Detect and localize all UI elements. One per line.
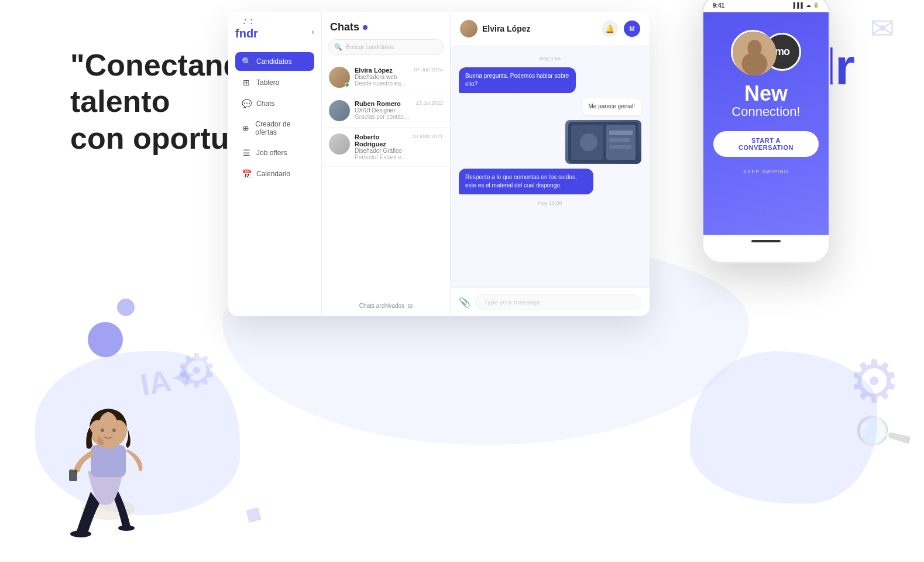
app-sidebar: • • fndr ‹ 🔍 Candidatos ⊞ Tablero 💬 Chat… <box>228 12 322 316</box>
filter-icon: ⊟ <box>408 303 413 309</box>
chat-detail-avatar <box>460 20 478 37</box>
deco-blob-purple <box>88 322 123 357</box>
svg-rect-13 <box>609 131 633 135</box>
chat-list-title: Chats <box>330 21 359 33</box>
chat-name-ruben: Ruben Romero <box>355 100 411 107</box>
avatar-elvira <box>329 67 350 88</box>
svg-point-18 <box>742 52 768 76</box>
mobile-notch: 9:41 ▌▌▌ ☁ 🔋 <box>703 0 829 12</box>
svg-point-2 <box>118 525 135 531</box>
svg-point-1 <box>70 530 91 537</box>
bell-icon[interactable]: 🔔 <box>602 20 618 37</box>
chat-search-box[interactable]: 🔍 Buscar candidatos <box>328 39 444 55</box>
mobile-screen: mo New Connection! START A CONVERSATION … <box>703 12 829 235</box>
search-icon: 🔍 <box>334 43 342 51</box>
chat-info-ruben: Ruben Romero UX/UI Designer Gracias por … <box>355 100 411 120</box>
creador-icon: ⊕ <box>241 124 250 133</box>
chat-info-roberto: Roberto Rodríguez Diseñador Gráfico Perf… <box>355 133 408 160</box>
message-incoming-1: Buena pregunta. Podemos hablar sobre ell… <box>459 67 576 93</box>
archived-label: Chats archivados <box>359 303 404 309</box>
chat-input-area: 📎 Type your message <box>451 287 650 316</box>
keep-swiping-label: KEEP SWIPING <box>743 169 788 174</box>
sidebar-logo: • • fndr ‹ <box>235 22 314 40</box>
avatar-roberto <box>329 133 350 155</box>
desktop-mockup: • • fndr ‹ 🔍 Candidatos ⊞ Tablero 💬 Chat… <box>228 12 650 316</box>
chat-list-header: Chats <box>322 12 450 39</box>
msg-time-1: Hoy 5:55 <box>459 56 641 61</box>
chat-input[interactable]: Type your message <box>475 294 641 310</box>
sidebar-item-chats[interactable]: 💬 Chats <box>235 94 314 113</box>
avatar-ruben <box>329 100 350 121</box>
attach-icon[interactable]: 📎 <box>459 297 470 308</box>
chat-item-roberto[interactable]: Roberto Rodríguez Diseñador Gráfico Perf… <box>322 128 450 167</box>
svg-rect-15 <box>609 145 631 149</box>
deco-blob-small <box>117 299 135 316</box>
chat-preview-elvira: Desde nuestro equipo, queremos... <box>355 80 409 87</box>
chat-time-ruben: 13 Jul 2022 <box>415 100 443 106</box>
new-connection-text: New Connection! <box>731 83 800 119</box>
deco-diamond: ◆ <box>241 497 270 529</box>
connection-label: Connection! <box>731 104 800 119</box>
messages-area: Hoy 5:55 Buena pregunta. Podemos hablar … <box>451 46 650 287</box>
chat-detail-name: Elvira López <box>482 24 530 33</box>
mobile-bottom-bar <box>703 235 829 248</box>
search-placeholder: Buscar candidatos <box>346 44 394 50</box>
archived-chats[interactable]: Chats archivados ⊟ <box>322 296 450 316</box>
chats-icon: 💬 <box>241 99 252 108</box>
chat-time-elvira: 07 Jun 2024 <box>414 67 443 73</box>
chat-online-indicator <box>363 25 367 30</box>
sidebar-item-job-offers[interactable]: ☰ Job offers <box>235 143 314 162</box>
chat-role-elvira: Diseñadora web <box>355 74 409 80</box>
chat-info-elvira: Elvira López Diseñadora web Desde nuestr… <box>355 67 409 87</box>
chat-role-roberto: Diseñador Gráfico <box>355 148 408 154</box>
msg-time-2: Hoy 12:00 <box>459 200 641 206</box>
svg-rect-3 <box>91 445 126 477</box>
chat-name-roberto: Roberto Rodríguez <box>355 133 408 148</box>
message-incoming-2: Respecto a lo que comentas en los suidos… <box>459 169 593 194</box>
home-indicator <box>751 240 781 242</box>
woman-illustration <box>35 357 181 544</box>
svg-point-7 <box>101 429 104 432</box>
mobile-status-icons: ▌▌▌ ☁ 🔋 <box>794 2 819 8</box>
calendario-icon: 📅 <box>241 169 252 179</box>
message-outgoing-1: Me parece genial! <box>582 98 642 115</box>
sidebar-chevron-icon: ‹ <box>311 27 314 36</box>
chat-list-panel: Chats 🔍 Buscar candidatos Elvira López D… <box>322 12 451 316</box>
tablero-icon: ⊞ <box>241 78 252 87</box>
user-avatar-header: M <box>624 20 640 37</box>
sidebar-item-creador[interactable]: ⊕ Creador de ofertas <box>235 115 314 141</box>
chat-preview-ruben: Gracias por contactar con nosotros... <box>355 114 411 120</box>
svg-rect-14 <box>609 138 630 142</box>
sidebar-item-calendario[interactable]: 📅 Calendario <box>235 165 314 183</box>
chat-name-elvira: Elvira López <box>355 67 409 74</box>
image-message <box>565 120 641 164</box>
chat-role-ruben: UX/UI Designer <box>355 107 411 114</box>
chat-item-elvira[interactable]: Elvira López Diseñadora web Desde nuestr… <box>322 61 450 94</box>
chat-detail-panel: Elvira López 🔔 M Hoy 5:55 Buena pregunta… <box>451 12 650 316</box>
header-icons: 🔔 M <box>602 20 640 37</box>
job-offers-icon: ☰ <box>241 148 252 157</box>
mobile-mockup: 9:41 ▌▌▌ ☁ 🔋 mo New Connection! START A … <box>702 0 830 263</box>
search-icon: 🔍 <box>241 57 252 66</box>
sidebar-item-tablero[interactable]: ⊞ Tablero <box>235 73 314 92</box>
deco-envelope: ✉ <box>870 12 895 46</box>
chat-item-ruben[interactable]: Ruben Romero UX/UI Designer Gracias por … <box>322 94 450 128</box>
svg-rect-11 <box>606 125 636 160</box>
profile-merge: mo <box>731 30 801 74</box>
chat-detail-header: Elvira López 🔔 M <box>451 12 650 46</box>
new-label: New <box>731 83 800 104</box>
profile-photo-user <box>731 30 775 74</box>
start-conversation-button[interactable]: START A CONVERSATION <box>713 131 819 157</box>
mobile-time: 9:41 <box>713 2 724 9</box>
svg-point-8 <box>112 429 116 432</box>
deco-gear-left: ⚙ <box>176 344 218 398</box>
svg-rect-4 <box>69 470 77 481</box>
chat-preview-roberto: Perfecto! Estaré encantado de... <box>355 154 408 160</box>
svg-point-12 <box>580 133 597 151</box>
sidebar-item-candidatos[interactable]: 🔍 Candidatos <box>235 52 314 71</box>
chat-time-roberto: 03 May 2021 <box>413 133 443 139</box>
online-dot-elvira <box>345 83 349 87</box>
